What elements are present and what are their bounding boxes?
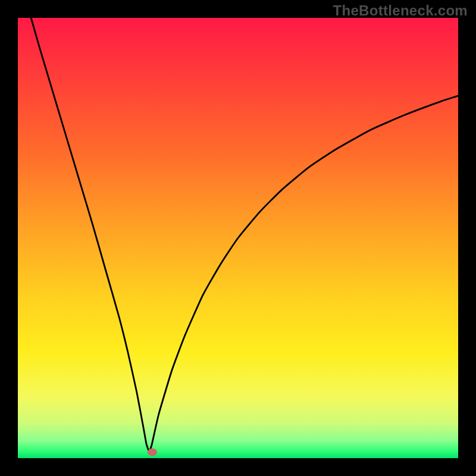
chart-container: TheBottleneck.com bbox=[0, 0, 476, 476]
gradient-background bbox=[18, 18, 458, 458]
plot-area bbox=[18, 18, 458, 458]
watermark-text: TheBottleneck.com bbox=[333, 2, 468, 19]
